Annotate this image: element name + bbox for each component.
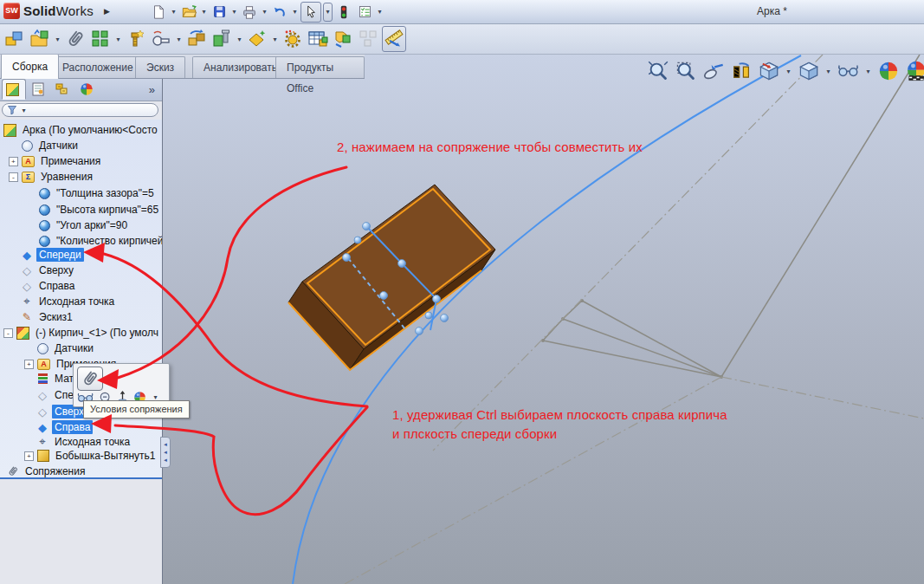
save-icon[interactable] bbox=[210, 3, 229, 22]
tab-assembly[interactable]: Сборка bbox=[1, 54, 59, 79]
collapse-toggle[interactable]: - bbox=[9, 172, 18, 182]
solidworks-cube-icon: SW bbox=[3, 3, 20, 19]
expand-toggle[interactable]: + bbox=[9, 157, 18, 166]
tab-evaluate[interactable]: Анализировать bbox=[192, 56, 288, 78]
graphics-viewport[interactable] bbox=[162, 54, 924, 584]
reference-geometry-icon[interactable] bbox=[246, 27, 268, 51]
brand-text: SolidWorks bbox=[23, 3, 94, 18]
component-pattern-dropdown[interactable]: ▾ bbox=[114, 36, 122, 43]
feature-tree: Арка (По умолчанию<Состо Датчики +Примеч… bbox=[0, 120, 162, 477]
new-document-dropdown[interactable]: ▾ bbox=[170, 8, 178, 16]
tree-item-right-plane[interactable]: Справа bbox=[0, 278, 162, 294]
hide-show-items-icon[interactable] bbox=[837, 60, 860, 83]
tree-item-equation-gap[interactable]: "Толщина зазора"=5 bbox=[0, 185, 162, 201]
tree-item-brick-right-plane[interactable]: Справа bbox=[0, 419, 162, 435]
apply-scene-icon[interactable] bbox=[904, 60, 924, 83]
menu-flyout-arrow[interactable]: ▶ bbox=[104, 7, 110, 16]
headsup-view-toolbar: ▾ ▾ ▾ ▾ bbox=[646, 57, 924, 85]
tree-filter-bar[interactable]: ▾ bbox=[2, 103, 158, 117]
configuration-manager-tab[interactable] bbox=[50, 79, 74, 100]
mate-paperclip-icon bbox=[81, 369, 100, 388]
display-style-icon[interactable] bbox=[797, 60, 820, 83]
rebuild-traffic-light-icon[interactable] bbox=[334, 3, 353, 22]
display-manager-tab[interactable] bbox=[74, 79, 99, 100]
tree-item-equation-angle[interactable]: "Угол арки"=90 bbox=[0, 217, 162, 233]
expand-toggle[interactable]: + bbox=[24, 360, 34, 369]
display-manager-icon bbox=[80, 82, 94, 96]
tree-item-brick-sensors[interactable]: Датчики bbox=[0, 341, 162, 356]
move-component-icon[interactable] bbox=[150, 27, 172, 51]
assembly-features-dropdown[interactable]: ▾ bbox=[236, 36, 243, 43]
manager-overflow-chevron[interactable]: » bbox=[149, 83, 155, 96]
rotate-component-icon[interactable] bbox=[185, 27, 208, 51]
linear-component-pattern-icon[interactable] bbox=[89, 27, 112, 51]
manager-tab-bar: » bbox=[0, 78, 162, 101]
assembly-features-icon[interactable] bbox=[210, 27, 233, 51]
plane-icon-selected bbox=[21, 249, 33, 261]
undo-icon[interactable] bbox=[270, 3, 289, 22]
move-with-triad-icon[interactable] bbox=[332, 27, 354, 51]
zoom-to-fit-icon[interactable] bbox=[646, 60, 669, 83]
undo-dropdown[interactable]: ▾ bbox=[291, 8, 299, 16]
tree-item-origin[interactable]: Исходная точка bbox=[0, 294, 162, 309]
open-document-icon[interactable] bbox=[179, 3, 198, 22]
part-icon bbox=[16, 327, 29, 340]
origin-icon bbox=[36, 436, 48, 448]
bill-of-materials-icon[interactable] bbox=[307, 27, 329, 51]
plane-icon bbox=[36, 406, 48, 418]
print-icon[interactable] bbox=[240, 3, 259, 22]
tab-layout[interactable]: Расположение bbox=[51, 56, 145, 78]
tree-item-brick-component[interactable]: -(-) Кирпич_<1> (По умолч bbox=[0, 325, 162, 341]
plane-icon-selected bbox=[36, 421, 48, 433]
tree-item-sensors[interactable]: Датчики bbox=[0, 138, 162, 153]
insert-component-from-file-icon[interactable] bbox=[29, 27, 51, 51]
tree-item-sketch1[interactable]: Эскиз1 bbox=[0, 309, 162, 325]
expand-toggle[interactable]: + bbox=[24, 451, 34, 461]
tree-item-assembly-root[interactable]: Арка (По умолчанию<Состо bbox=[0, 122, 162, 138]
feature-manager-tab[interactable] bbox=[2, 79, 26, 100]
options-dropdown[interactable]: ▾ bbox=[376, 8, 384, 16]
pane-splitter[interactable] bbox=[0, 477, 162, 479]
tree-item-equation-height[interactable]: "Высота кирпича"=65 bbox=[0, 202, 162, 217]
filter-dropdown[interactable]: ▾ bbox=[20, 107, 28, 114]
print-dropdown[interactable]: ▾ bbox=[261, 8, 268, 16]
options-checklist-icon[interactable] bbox=[355, 3, 374, 22]
simulation-gears-icon[interactable] bbox=[281, 27, 304, 51]
move-component-dropdown[interactable]: ▾ bbox=[175, 36, 183, 43]
insert-component-dropdown[interactable]: ▾ bbox=[54, 36, 61, 43]
new-document-icon[interactable] bbox=[149, 3, 168, 22]
select-dropdown[interactable]: ▾ bbox=[323, 3, 333, 22]
feature-manager-icon bbox=[6, 83, 19, 96]
edit-appearance-icon[interactable] bbox=[876, 60, 900, 83]
open-document-dropdown[interactable]: ▾ bbox=[200, 8, 208, 16]
select-cursor-icon[interactable] bbox=[300, 2, 321, 23]
configuration-manager-icon bbox=[55, 82, 69, 96]
display-style-dropdown[interactable]: ▾ bbox=[824, 68, 832, 75]
collapse-arrows: ◄ bbox=[163, 449, 168, 457]
panel-collapse-handle[interactable]: ◄◄◄ bbox=[160, 437, 171, 468]
collapse-toggle[interactable]: - bbox=[3, 328, 13, 338]
tree-item-equations[interactable]: -Уравнения bbox=[0, 169, 162, 185]
view-orientation-dropdown[interactable]: ▾ bbox=[785, 68, 792, 75]
measure-icon-active[interactable] bbox=[382, 26, 406, 52]
tab-office-products[interactable]: Продукты Office bbox=[275, 56, 365, 78]
smart-fasteners-icon[interactable] bbox=[125, 27, 147, 51]
view-orientation-icon[interactable] bbox=[757, 60, 780, 83]
previous-view-icon[interactable] bbox=[701, 60, 725, 83]
mate-paperclip-icon[interactable] bbox=[64, 27, 87, 51]
hide-show-dropdown[interactable]: ▾ bbox=[864, 68, 872, 75]
tree-item-front-plane[interactable]: Спереди bbox=[0, 247, 162, 263]
reference-geometry-dropdown[interactable]: ▾ bbox=[271, 36, 279, 43]
mate-button[interactable] bbox=[77, 367, 103, 391]
tree-item-boss-extrude[interactable]: +Бобышка-Вытянуть1 bbox=[0, 448, 162, 464]
save-dropdown[interactable]: ▾ bbox=[230, 8, 238, 16]
tree-item-top-plane[interactable]: Сверху bbox=[0, 263, 162, 278]
tab-sketch[interactable]: Эскиз bbox=[135, 56, 185, 78]
property-manager-tab[interactable] bbox=[26, 79, 50, 100]
tree-item-mates-group[interactable]: Сопряжения bbox=[0, 464, 162, 477]
section-view-icon[interactable] bbox=[729, 60, 753, 83]
insert-component-icon[interactable] bbox=[3, 27, 26, 51]
tree-item-annotations[interactable]: +Примечания bbox=[0, 153, 162, 169]
zoom-to-area-icon[interactable] bbox=[674, 60, 697, 83]
document-title: Арка * bbox=[757, 5, 787, 17]
